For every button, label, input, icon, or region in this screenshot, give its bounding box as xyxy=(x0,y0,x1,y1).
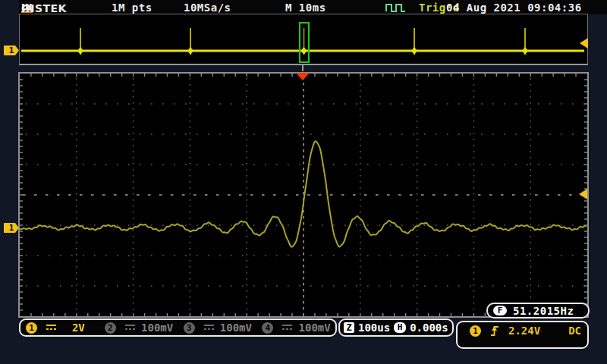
channel-4-group[interactable]: 4 100mV xyxy=(256,322,335,334)
top-status-bar: GшINSTEK 1M pts 10MSa/s M 10ms Trig'd 04… xyxy=(19,0,607,14)
zoom-timebase-value: 100us xyxy=(358,322,390,334)
frequency-counter: F 51.2015Hz xyxy=(486,303,590,318)
frequency-badge-icon: F xyxy=(493,306,507,315)
channel1-badge-overview: 1 xyxy=(4,46,19,55)
horizontal-position-value: 0.000s xyxy=(410,322,448,334)
datetime-label: 04 Aug 2021 09:04:36 xyxy=(446,2,582,14)
dc-coupling-icon xyxy=(281,324,294,331)
oscilloscope-screen: GшINSTEK 1M pts 10MSa/s M 10ms Trig'd 04… xyxy=(0,0,607,364)
channel-3-scale: 100mV xyxy=(215,322,257,334)
channel-1-group[interactable]: 1 2V xyxy=(20,322,99,334)
channel-settings-bar: 1 2V 2 100mV 3 100mV 4 xyxy=(19,318,337,337)
trigger-position-marker[interactable] xyxy=(296,73,310,80)
main-graticule xyxy=(18,72,589,318)
dc-coupling-icon xyxy=(45,324,58,331)
zoom-badge-icon: Z xyxy=(344,322,354,333)
memory-depth-label: 1M pts xyxy=(112,2,153,14)
channel-2-group[interactable]: 2 100mV xyxy=(99,322,178,334)
logo-rest: INSTEK xyxy=(21,2,67,14)
dc-coupling-icon xyxy=(124,324,137,331)
trigger-source-badge: 1 xyxy=(470,325,481,337)
timebase-label[interactable]: M 10ms xyxy=(285,2,326,14)
channel-4-scale: 100mV xyxy=(294,322,335,334)
square-wave-icon xyxy=(385,2,406,13)
trigger-level-marker-main[interactable] xyxy=(579,189,587,199)
overview-strip xyxy=(19,14,588,65)
channel-3-badge: 3 xyxy=(184,322,195,334)
channel-1-scale: 2V xyxy=(58,322,99,334)
rising-edge-icon xyxy=(490,325,499,337)
main-waveform xyxy=(20,74,587,316)
center-tick xyxy=(302,65,304,71)
sample-rate-label: 10MSa/s xyxy=(184,2,231,14)
channel-2-badge: 2 xyxy=(105,322,116,334)
trigger-level-marker-overview[interactable] xyxy=(580,38,588,49)
channel1-badge-main: 1 xyxy=(4,223,19,233)
channel-1-badge: 1 xyxy=(26,322,37,334)
trigger-row: 1 2.24V DC xyxy=(458,322,587,337)
trigger-settings-bar[interactable]: 1 2.24V DC xyxy=(456,321,589,349)
channel-4-badge: 4 xyxy=(262,322,273,334)
trigger-level-value: 2.24V xyxy=(508,325,540,337)
horizontal-settings-bar[interactable]: Z 100us H 0.000s xyxy=(338,318,454,337)
channel-3-group[interactable]: 3 100mV xyxy=(178,322,257,334)
horizontal-badge-icon: H xyxy=(394,322,406,333)
trigger-coupling-value: DC xyxy=(568,325,581,337)
frequency-value: 51.2015Hz xyxy=(513,305,574,317)
channel-2-scale: 100mV xyxy=(137,322,178,334)
zoom-window-indicator[interactable] xyxy=(299,22,310,63)
dc-coupling-icon xyxy=(203,324,215,331)
